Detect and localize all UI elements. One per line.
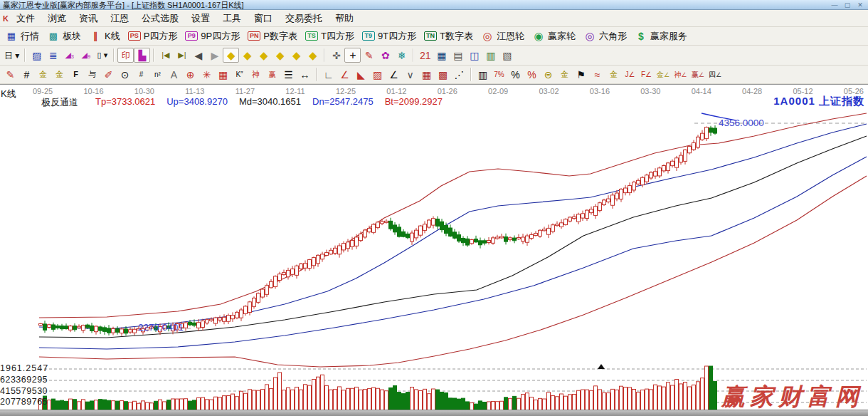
close-button[interactable]: ✕: [855, 0, 865, 10]
box-lines[interactable]: ▨: [369, 67, 386, 82]
toolbar-hexagon[interactable]: ◎ 六角形: [581, 28, 632, 44]
page-prev[interactable]: ◀: [190, 48, 206, 63]
toolbar-9p-square[interactable]: P9 9P四方形: [182, 28, 245, 44]
maximize-button[interactable]: ▢: [842, 0, 852, 10]
page-next[interactable]: ▶: [206, 48, 223, 63]
hash-small[interactable]: #: [133, 67, 149, 82]
menu-item[interactable]: 公式选股: [135, 10, 185, 27]
width-arrow[interactable]: ↔: [297, 67, 313, 82]
gold-ruler-2[interactable]: 金: [51, 67, 68, 82]
pan-left[interactable]: ◆: [223, 48, 239, 63]
notebook[interactable]: ▤: [450, 48, 466, 63]
flower-tool[interactable]: ✿: [377, 48, 393, 63]
toolbar-winner-service[interactable]: $ 赢家服务: [632, 28, 692, 44]
toolbar-t-table[interactable]: TN T数字表: [421, 28, 478, 44]
knife-tool[interactable]: ✎: [2, 67, 18, 82]
seal-tool[interactable]: 印: [117, 48, 134, 63]
grid-tool-1[interactable]: ▦: [418, 67, 435, 82]
separator[interactable]: [24, 48, 26, 62]
menu-item[interactable]: 工具: [216, 10, 248, 27]
save[interactable]: ◫: [466, 48, 482, 63]
gann-fan-box[interactable]: ◣: [353, 67, 369, 82]
goto-last[interactable]: ▶|: [174, 48, 190, 63]
crosshair-tool[interactable]: +: [344, 48, 361, 63]
bars-9-view[interactable]: ◢₉: [78, 48, 94, 63]
target-circle[interactable]: ⊕: [182, 67, 199, 82]
toolbar-winner-wheel[interactable]: ◉ 赢家轮: [529, 28, 581, 44]
percent[interactable]: %: [507, 67, 524, 82]
workstation[interactable]: ▧: [499, 48, 515, 63]
separator[interactable]: [113, 48, 115, 62]
ying-grid[interactable]: 赢: [264, 67, 280, 82]
menu-item[interactable]: 文件: [10, 10, 41, 27]
menu-item[interactable]: 交易委托: [279, 10, 329, 27]
n-squared-ruler[interactable]: n²: [149, 67, 166, 82]
send-to-web[interactable]: ▥: [482, 48, 499, 63]
gann-fan-red[interactable]: ∠: [337, 67, 353, 82]
zoom-in-chart[interactable]: ◆: [305, 48, 321, 63]
gold-circle[interactable]: ⊜: [540, 67, 556, 82]
a-angle[interactable]: A: [166, 67, 182, 82]
shen-grid[interactable]: 神: [248, 67, 264, 82]
k-mark[interactable]: K″: [231, 67, 248, 82]
separator[interactable]: [413, 48, 414, 62]
draw-erase-tool[interactable]: ✎: [361, 48, 377, 63]
calendar[interactable]: 21: [417, 48, 433, 63]
red-pencil[interactable]: ✐: [100, 67, 117, 82]
period-selector[interactable]: 日 ▾: [2, 48, 21, 63]
menu-item[interactable]: 浏览: [41, 10, 73, 27]
horizontal-scrollbar[interactable]: [0, 410, 868, 416]
percent-7[interactable]: 7%: [491, 67, 507, 82]
pan-right[interactable]: ◆: [239, 48, 255, 63]
zoom-out-chart[interactable]: ◆: [288, 48, 305, 63]
menu-item[interactable]: 帮助: [329, 10, 360, 27]
angle-f[interactable]: F∠: [638, 67, 655, 82]
volume-profile-view[interactable]: ▙: [134, 48, 150, 63]
bow-tool[interactable]: 与: [84, 67, 100, 82]
menu-item[interactable]: 资讯: [73, 10, 104, 27]
check-lines[interactable]: ∨: [402, 67, 418, 82]
menu-item[interactable]: 江恩: [104, 10, 135, 27]
separator[interactable]: [316, 68, 317, 81]
kline-chart-canvas[interactable]: [0, 85, 868, 416]
hand-tool[interactable]: ✜: [328, 48, 344, 63]
axes-box[interactable]: ∟: [320, 67, 337, 82]
toolbar-quotes[interactable]: ▦ 行情: [2, 28, 44, 44]
angle-ying[interactable]: 赢∠: [689, 67, 706, 82]
toolbar-t-square[interactable]: TS T四方形: [302, 28, 359, 44]
gann-fan-black[interactable]: ∠: [386, 67, 402, 82]
candle-type[interactable]: ▯ ▾: [94, 48, 110, 63]
angle-shen[interactable]: 神∠: [672, 67, 689, 82]
menu-item[interactable]: 设置: [185, 10, 216, 27]
gold-lines[interactable]: 金: [556, 67, 573, 82]
expand-horizontal[interactable]: ◆: [255, 48, 272, 63]
angle-gold[interactable]: 金∠: [655, 67, 672, 82]
window-view[interactable]: ▨: [28, 48, 45, 63]
menu-item[interactable]: 窗口: [248, 10, 279, 27]
toolbar-p-table[interactable]: PN P数字表: [245, 28, 302, 44]
parallel-lines[interactable]: ⋰: [451, 67, 467, 82]
spider-web[interactable]: ✳: [199, 67, 215, 82]
flag-tool[interactable]: ⚑: [573, 67, 589, 82]
toolbar-kline[interactable]: ∥ K线: [86, 28, 125, 44]
wave-red[interactable]: ≈: [589, 67, 605, 82]
scale-chart[interactable]: ▥: [475, 67, 491, 82]
separator[interactable]: [470, 68, 472, 81]
goto-first[interactable]: |◀: [157, 48, 174, 63]
red-grid[interactable]: ▦: [215, 67, 231, 82]
info-view[interactable]: ≣: [45, 48, 61, 63]
bars-3-view[interactable]: ◢₃: [61, 48, 78, 63]
compass-circle[interactable]: ⊙: [117, 67, 133, 82]
percent-lines[interactable]: %: [524, 67, 540, 82]
snow-tool[interactable]: ❄: [393, 48, 410, 63]
compress-horizontal[interactable]: ◆: [272, 48, 288, 63]
separator[interactable]: [324, 48, 325, 62]
toolbar-gann-wheel[interactable]: ◎ 江恩轮: [478, 28, 529, 44]
gold-ruler-1[interactable]: 金: [35, 67, 51, 82]
grid-tool-2[interactable]: ▩: [435, 67, 451, 82]
toolbar-9t-square[interactable]: T9 9T四方形: [359, 28, 421, 44]
toolbar-sectors[interactable]: ▩ 板块: [44, 28, 86, 44]
hash-ruler[interactable]: #: [18, 67, 35, 82]
minimize-button[interactable]: —: [830, 0, 840, 10]
angle-si[interactable]: 四∠: [706, 67, 724, 82]
